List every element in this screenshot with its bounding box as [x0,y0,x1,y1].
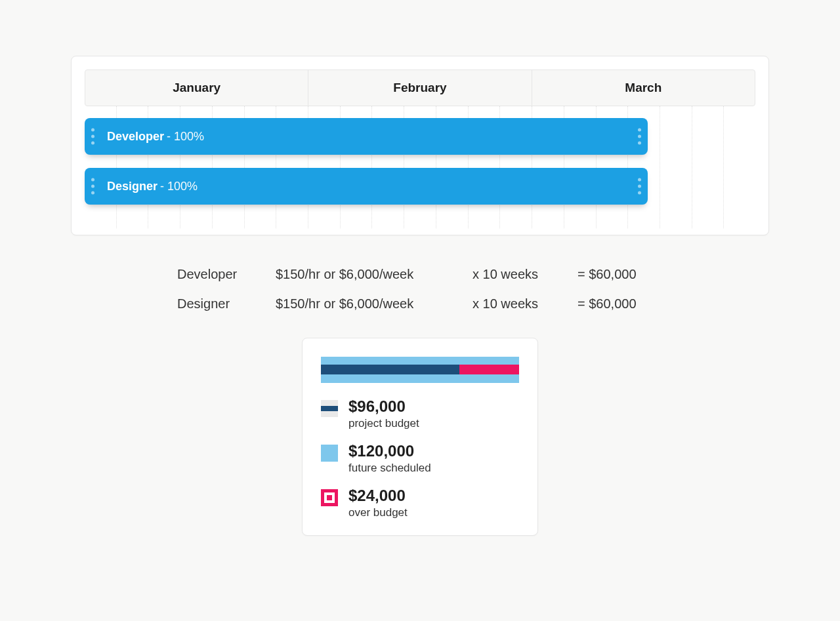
gantt-body: Developer - 100% Designer - 100% [85,106,755,228]
legend-label: future scheduled [348,462,431,475]
calc-row: Designer $150/hr or $6,000/week x 10 wee… [177,296,663,311]
drag-handle-icon[interactable] [91,178,94,195]
gantt-bar-role: Designer [107,180,158,193]
calc-duration: x 10 weeks [472,296,578,311]
calc-rate: $150/hr or $6,000/week [276,296,472,311]
budget-bar-project [321,365,459,374]
month-cell: January [85,70,308,106]
month-cell: February [308,70,532,106]
month-cell: March [532,70,755,106]
gantt-bar-allocation: - 100% [160,180,198,193]
budget-card: $96,000 project budget $120,000 future s… [302,338,538,536]
drag-handle-icon[interactable] [638,129,641,145]
swatch-project-icon [321,400,338,417]
legend-label: over budget [348,506,408,519]
calc-role: Developer [177,267,276,282]
legend-future-scheduled: $120,000 future scheduled [321,442,519,475]
calc-total: = $60,000 [578,296,663,311]
gantt-card: January February March Developer - 100% … [71,56,769,235]
legend-value: $120,000 [348,442,431,460]
gantt-bar-allocation: - 100% [167,130,204,144]
gantt-bar-designer[interactable]: Designer - 100% [85,168,648,205]
calc-duration: x 10 weeks [472,267,578,282]
cost-calculation: Developer $150/hr or $6,000/week x 10 we… [177,267,663,311]
calc-role: Designer [177,296,276,311]
calc-row: Developer $150/hr or $6,000/week x 10 we… [177,267,663,282]
drag-handle-icon[interactable] [91,129,94,145]
gantt-bar-developer[interactable]: Developer - 100% [85,118,648,155]
gantt-month-header: January February March [85,70,755,106]
swatch-future-icon [321,445,338,462]
drag-handle-icon[interactable] [638,178,641,195]
legend-value: $96,000 [348,397,419,416]
legend-project-budget: $96,000 project budget [321,397,519,430]
budget-bar-over [459,365,519,374]
calc-total: = $60,000 [578,267,663,282]
calc-rate: $150/hr or $6,000/week [276,267,472,282]
legend-over-budget: $24,000 over budget [321,487,519,519]
gantt-bar-role: Developer [107,130,164,144]
legend-label: project budget [348,417,419,430]
budget-bar [321,357,519,383]
legend-value: $24,000 [348,487,408,505]
swatch-over-icon [321,489,338,506]
